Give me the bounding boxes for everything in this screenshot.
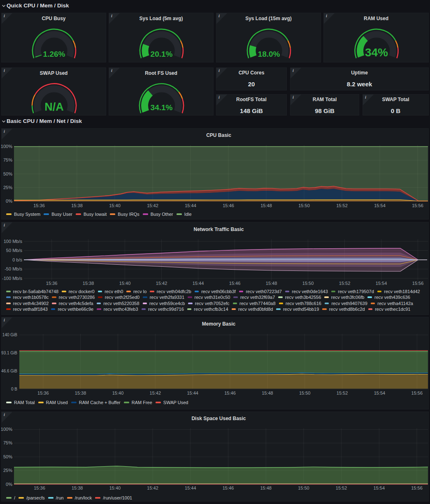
svg-text:50 Mb/s: 50 Mb/s xyxy=(6,248,23,253)
svg-text:15:44: 15:44 xyxy=(193,281,204,286)
svg-text:15:52: 15:52 xyxy=(337,391,348,395)
svg-text:15:52: 15:52 xyxy=(339,281,351,286)
svg-text:100 Mb/s: 100 Mb/s xyxy=(4,239,23,244)
svg-text:15:54: 15:54 xyxy=(374,486,385,490)
svg-text:-100 Mb/s: -100 Mb/s xyxy=(2,276,22,281)
svg-text:25%: 25% xyxy=(3,468,12,473)
svg-text:15:56: 15:56 xyxy=(412,203,423,208)
svg-text:140 GiB: 140 GiB xyxy=(2,333,17,337)
svg-text:15:56: 15:56 xyxy=(411,391,423,395)
svg-text:75%: 75% xyxy=(3,440,12,445)
svg-text:34.1%: 34.1% xyxy=(151,103,173,112)
svg-text:15:56: 15:56 xyxy=(411,486,423,490)
svg-text:75%: 75% xyxy=(3,157,12,162)
svg-text:15:50: 15:50 xyxy=(299,391,311,395)
svg-text:-50 Mb/s: -50 Mb/s xyxy=(5,266,22,271)
svg-text:15:48: 15:48 xyxy=(266,281,277,286)
svg-text:0 b/s: 0 b/s xyxy=(12,257,22,262)
svg-text:15:38: 15:38 xyxy=(72,486,83,490)
svg-text:15:54: 15:54 xyxy=(374,391,386,395)
svg-text:34%: 34% xyxy=(365,46,388,59)
svg-text:0 B: 0 B xyxy=(11,387,17,391)
svg-text:50%: 50% xyxy=(3,171,12,176)
svg-text:15:52: 15:52 xyxy=(336,203,348,208)
svg-text:100%: 100% xyxy=(1,144,12,149)
svg-text:15:44: 15:44 xyxy=(185,203,196,208)
svg-text:15:42: 15:42 xyxy=(147,486,158,490)
svg-text:25%: 25% xyxy=(3,185,12,190)
svg-text:0%: 0% xyxy=(6,482,12,487)
svg-text:15:50: 15:50 xyxy=(302,281,314,286)
svg-text:15:40: 15:40 xyxy=(119,281,131,286)
svg-text:15:48: 15:48 xyxy=(260,486,272,490)
svg-text:15:56: 15:56 xyxy=(412,281,424,286)
svg-text:15:36: 15:36 xyxy=(37,391,49,395)
svg-text:93.1 GiB: 93.1 GiB xyxy=(1,351,17,355)
svg-text:15:44: 15:44 xyxy=(185,486,196,490)
svg-text:15:36: 15:36 xyxy=(34,486,45,490)
svg-text:15:42: 15:42 xyxy=(147,203,158,208)
svg-text:15:36: 15:36 xyxy=(33,203,45,208)
svg-text:18.0%: 18.0% xyxy=(258,50,280,58)
svg-text:15:44: 15:44 xyxy=(187,391,198,395)
svg-text:15:50: 15:50 xyxy=(298,203,310,208)
svg-text:15:36: 15:36 xyxy=(46,281,58,286)
svg-text:15:54: 15:54 xyxy=(376,281,387,286)
svg-text:100%: 100% xyxy=(1,427,12,432)
svg-text:15:42: 15:42 xyxy=(156,281,167,286)
svg-text:15:38: 15:38 xyxy=(75,391,86,395)
svg-text:15:54: 15:54 xyxy=(374,203,386,208)
svg-text:15:40: 15:40 xyxy=(112,391,124,395)
svg-text:15:42: 15:42 xyxy=(150,391,161,395)
svg-text:15:46: 15:46 xyxy=(229,281,241,286)
svg-text:15:52: 15:52 xyxy=(336,486,347,490)
svg-text:15:48: 15:48 xyxy=(262,391,273,395)
svg-text:1.26%: 1.26% xyxy=(43,50,65,58)
svg-text:15:40: 15:40 xyxy=(109,486,121,490)
svg-text:15:48: 15:48 xyxy=(260,203,272,208)
svg-text:46.6 GiB: 46.6 GiB xyxy=(1,369,17,373)
svg-text:0%: 0% xyxy=(6,199,12,203)
svg-text:15:38: 15:38 xyxy=(71,203,83,208)
svg-text:15:46: 15:46 xyxy=(223,203,234,208)
svg-text:20.1%: 20.1% xyxy=(151,50,173,58)
svg-text:50%: 50% xyxy=(3,454,12,459)
svg-text:15:46: 15:46 xyxy=(224,391,236,395)
svg-text:15:40: 15:40 xyxy=(109,203,121,208)
svg-text:15:46: 15:46 xyxy=(223,486,234,490)
svg-text:15:50: 15:50 xyxy=(298,486,309,490)
svg-text:15:38: 15:38 xyxy=(83,281,94,286)
svg-text:N/A: N/A xyxy=(44,101,64,113)
